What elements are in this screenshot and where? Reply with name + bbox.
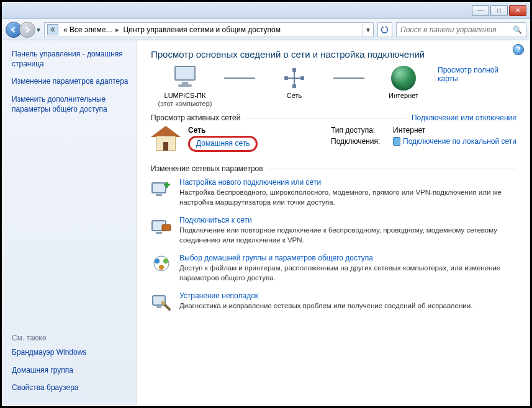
active-networks-title: Просмотр активных сетей <box>151 113 240 122</box>
active-network-details: Тип доступа: Интернет Подключения: Подкл… <box>331 126 516 152</box>
control-panel-icon: ⛭ <box>47 24 58 35</box>
task-troubleshoot-link[interactable]: Устранение неполадок <box>179 291 258 300</box>
map-internet-name: Интернет <box>389 92 418 100</box>
nic-icon <box>393 137 400 146</box>
connections-label: Подключения: <box>331 137 387 146</box>
navigation-bar: ▾ ⛭ « Все элеме... ▸ Центр управления се… <box>2 19 530 40</box>
task-new-connection-link[interactable]: Настройка нового подключения или сети <box>179 178 321 187</box>
breadcrumb-current[interactable]: Центр управления сетями и общим доступом <box>120 25 283 34</box>
task-connect-network-link[interactable]: Подключиться к сети <box>179 216 252 224</box>
active-network-name: Сеть <box>188 126 258 135</box>
map-node-network: Сеть <box>260 66 328 107</box>
close-button[interactable]: ✕ <box>509 5 526 16</box>
active-networks-header: Просмотр активных сетей Подключение или … <box>151 113 516 122</box>
access-type-label: Тип доступа: <box>331 126 387 135</box>
active-network-block: Сеть Домашняя сеть Тип доступа: Интернет… <box>151 126 516 153</box>
sidebar-link-advanced-sharing[interactable]: Изменить дополнительные параметры общего… <box>12 94 129 114</box>
globe-icon <box>391 66 416 91</box>
network-settings-header: Изменение сетевых параметров <box>151 164 516 173</box>
task-homegroup-link[interactable]: Выбор домашней группы и параметров общег… <box>179 254 373 262</box>
window-body: Панель управления - домашняя страница Из… <box>2 40 530 406</box>
connect-network-icon <box>151 216 172 237</box>
page-title: Просмотр основных сведений о сети и наст… <box>151 49 516 60</box>
sidebar-link-home[interactable]: Панель управления - домашняя страница <box>12 49 129 69</box>
lan-connection-link[interactable]: Подключение по локальной сети <box>403 137 516 146</box>
sidebar-link-adapter-settings[interactable]: Изменение параметров адаптера <box>12 76 129 86</box>
troubleshoot-icon <box>151 291 172 313</box>
address-dropdown-icon[interactable]: ▾ <box>362 23 373 37</box>
svg-rect-10 <box>156 306 161 308</box>
nav-arrows: ▾ <box>6 22 40 38</box>
map-pc-sub: (этот компьютер) <box>158 100 212 107</box>
svg-point-6 <box>155 259 160 264</box>
house-icon <box>151 126 181 153</box>
map-connector-icon <box>333 78 364 79</box>
task-homegroup-desc: Доступ к файлам и принтерам, расположенн… <box>179 264 516 283</box>
task-connect-network-desc: Подключение или повторное подключение к … <box>179 226 516 245</box>
content-area: ? Просмотр основных сведений о сети и на… <box>137 40 530 406</box>
map-node-pc: LUMPICS-ПК (этот компьютер) <box>151 66 219 107</box>
sidebar-link-firewall[interactable]: Брандмауэр Windows <box>12 347 129 357</box>
access-type-value: Интернет <box>393 126 425 135</box>
computer-icon <box>171 66 199 91</box>
network-map: LUMPICS-ПК (этот компьютер) Сеть Интерне… <box>151 66 438 107</box>
svg-rect-3 <box>156 232 162 234</box>
divider <box>268 169 516 169</box>
svg-rect-1 <box>156 194 162 196</box>
task-troubleshoot: Устранение неполадок Диагностика и испра… <box>151 291 516 313</box>
window-titlebar: — □ ✕ <box>2 2 530 19</box>
task-troubleshoot-desc: Диагностика и исправление сетевых пробле… <box>179 301 472 311</box>
map-connector-icon <box>224 78 255 79</box>
task-new-connection-desc: Настройка беспроводного, широкополосного… <box>179 188 516 207</box>
help-icon[interactable]: ? <box>513 44 524 55</box>
map-network-name: Сеть <box>287 92 302 100</box>
maximize-button[interactable]: □ <box>490 5 508 16</box>
task-new-connection: Настройка нового подключения или сети На… <box>151 178 516 207</box>
nav-history-dropdown-icon[interactable]: ▾ <box>37 25 40 34</box>
sidebar-link-internet-options[interactable]: Свойства браузера <box>12 383 129 392</box>
connect-disconnect-link[interactable]: Подключение или отключение <box>412 113 516 122</box>
tasks-list: Настройка нового подключения или сети На… <box>151 178 516 313</box>
map-node-internet: Интернет <box>369 66 438 107</box>
search-placeholder: Поиск в панели управления <box>400 25 497 34</box>
search-icon: 🔍 <box>513 25 522 34</box>
network-settings-title: Изменение сетевых параметров <box>151 164 263 173</box>
search-input[interactable]: Поиск в панели управления 🔍 <box>396 22 526 37</box>
breadcrumb-separator-icon: ▸ <box>114 25 120 34</box>
view-full-map-link[interactable]: Просмотр полной карты <box>438 66 516 83</box>
address-bar[interactable]: ⛭ « Все элеме... ▸ Центр управления сетя… <box>44 22 374 37</box>
nav-forward-button[interactable] <box>19 22 35 38</box>
new-connection-icon <box>151 178 172 199</box>
svg-point-7 <box>163 259 168 264</box>
task-homegroup: Выбор домашней группы и параметров общег… <box>151 254 516 283</box>
homegroup-icon <box>151 254 172 275</box>
divider <box>245 118 407 118</box>
svg-rect-4 <box>162 224 171 231</box>
svg-point-8 <box>159 265 164 270</box>
network-icon <box>282 66 307 91</box>
highlight-callout: Домашняя сеть <box>188 136 258 152</box>
minimize-button[interactable]: — <box>472 5 489 16</box>
refresh-button[interactable] <box>377 22 392 37</box>
sidebar-see-also-title: См. также <box>12 334 129 342</box>
breadcrumb-prev[interactable]: « Все элеме... <box>61 25 114 34</box>
sidebar: Панель управления - домашняя страница Из… <box>2 40 137 406</box>
control-panel-window: — □ ✕ ▾ ⛭ « Все элеме... ▸ Центр управле… <box>0 0 532 408</box>
network-type-link[interactable]: Домашняя сеть <box>196 139 250 148</box>
task-connect-network: Подключиться к сети Подключение или повт… <box>151 216 516 245</box>
svg-rect-0 <box>152 183 166 193</box>
map-pc-name: LUMPICS-ПК <box>165 92 206 100</box>
svg-point-11 <box>161 301 165 305</box>
sidebar-link-homegroup[interactable]: Домашняя группа <box>12 365 129 375</box>
